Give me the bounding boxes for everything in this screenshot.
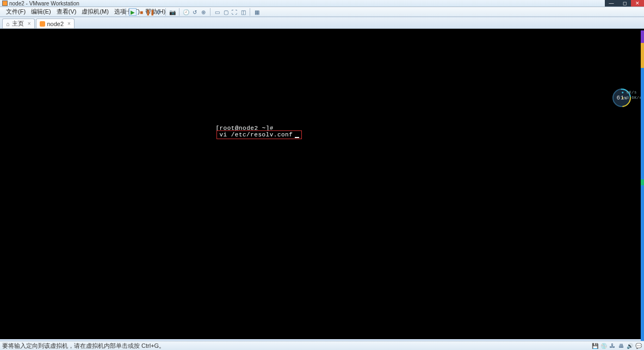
tab-node2-label: node2 bbox=[47, 21, 64, 27]
menu-edit[interactable]: 编辑(E) bbox=[28, 8, 54, 16]
menu-vm[interactable]: 虚拟机(M) bbox=[79, 8, 112, 16]
fullscreen-icon[interactable]: ▭ bbox=[213, 8, 221, 16]
menu-view[interactable]: 查看(V) bbox=[54, 8, 79, 16]
toolbar-separator bbox=[165, 8, 166, 16]
thumbnail-icon[interactable]: ▦ bbox=[253, 8, 261, 16]
cd-icon[interactable]: 💿 bbox=[600, 342, 607, 349]
window-titlebar: node2 - VMware Workstation — ◻ ✕ bbox=[0, 0, 644, 7]
sound-icon[interactable]: 🔊 bbox=[626, 342, 633, 349]
window-controls: — ◻ ✕ bbox=[605, 0, 644, 7]
terminal-command: vi /etc/resolv.conf bbox=[219, 132, 293, 138]
maximize-button[interactable]: ◻ bbox=[618, 0, 631, 7]
vm-console[interactable]: [root@node2 ~]# vi /etc/resolv.conf 61% … bbox=[0, 29, 644, 339]
power-on-button[interactable]: ▶ bbox=[129, 8, 137, 16]
usb-icon[interactable]: 🖶 bbox=[617, 342, 624, 349]
snapshot-manage-icon[interactable]: 🕘 bbox=[182, 8, 190, 16]
toolbar-separator bbox=[126, 8, 126, 16]
tab-close-icon[interactable]: × bbox=[67, 21, 71, 27]
tabbar: ⌂ 主页 × node2 × bbox=[0, 17, 644, 29]
network-icon[interactable]: 🖧 bbox=[609, 342, 616, 349]
net-down: 0.6K/s bbox=[627, 96, 642, 100]
fit-guest-icon[interactable]: ⛶ bbox=[231, 8, 238, 16]
tab-close-icon[interactable]: × bbox=[28, 21, 31, 27]
terminal-command-highlight: vi /etc/resolv.conf bbox=[216, 130, 302, 139]
minimize-button[interactable]: — bbox=[605, 0, 618, 7]
statusbar: 要将输入定向到该虚拟机，请在虚拟机内部单击或按 Ctrl+G。 💾 💿 🖧 🖶 … bbox=[0, 341, 644, 350]
toolbar-separator bbox=[179, 8, 179, 16]
toolbar: ▶ ■ ❚❚ ⟳ 📷 🕘 ↺ ⊕ ▭ ▢ ⛶ ◫ ▦ bbox=[124, 8, 261, 16]
menubar: 文件(F) 编辑(E) 查看(V) 虚拟机(M) 选项卡(T) 帮助(H) ▶ … bbox=[0, 7, 644, 17]
window-title: node2 - VMware Workstation bbox=[9, 1, 79, 7]
unity-icon[interactable]: ▢ bbox=[222, 8, 230, 16]
menu-file[interactable]: 文件(F) bbox=[3, 8, 28, 16]
power-off-button[interactable]: ■ bbox=[138, 8, 145, 16]
snapshot-button[interactable]: 📷 bbox=[169, 8, 176, 16]
tab-home[interactable]: ⌂ 主页 × bbox=[2, 18, 35, 28]
app-icon bbox=[2, 1, 8, 6]
fit-window-icon[interactable]: ◫ bbox=[239, 8, 247, 16]
cursor-icon bbox=[295, 137, 299, 138]
restart-button[interactable]: ⟳ bbox=[155, 8, 163, 16]
status-tray: 💾 💿 🖧 🖶 🔊 💬 bbox=[591, 342, 642, 349]
toolbar-separator bbox=[210, 8, 210, 16]
snapshot-take-icon[interactable]: ⊕ bbox=[200, 8, 207, 16]
terminal-line: [root@node2 ~]# vi /etc/resolv.conf bbox=[200, 118, 302, 145]
snapshot-revert-icon[interactable]: ↺ bbox=[191, 8, 199, 16]
hdd-icon[interactable]: 💾 bbox=[591, 342, 598, 349]
status-message: 要将输入定向到该虚拟机，请在虚拟机内部单击或按 Ctrl+G。 bbox=[2, 342, 165, 350]
close-button[interactable]: ✕ bbox=[631, 0, 644, 7]
toolbar-separator bbox=[250, 8, 250, 16]
tab-home-label: 主页 bbox=[12, 20, 24, 28]
right-edge-strip bbox=[641, 30, 644, 341]
tab-node2[interactable]: node2 × bbox=[36, 18, 75, 28]
gauge-value: 61% bbox=[617, 95, 627, 101]
message-icon[interactable]: 💬 bbox=[635, 342, 642, 349]
suspend-button[interactable]: ❚❚ bbox=[146, 8, 154, 16]
home-icon: ⌂ bbox=[6, 21, 10, 27]
net-up: 0K/s bbox=[627, 90, 637, 95]
upload-dot-icon: ● bbox=[621, 90, 624, 95]
vm-icon bbox=[40, 21, 45, 27]
